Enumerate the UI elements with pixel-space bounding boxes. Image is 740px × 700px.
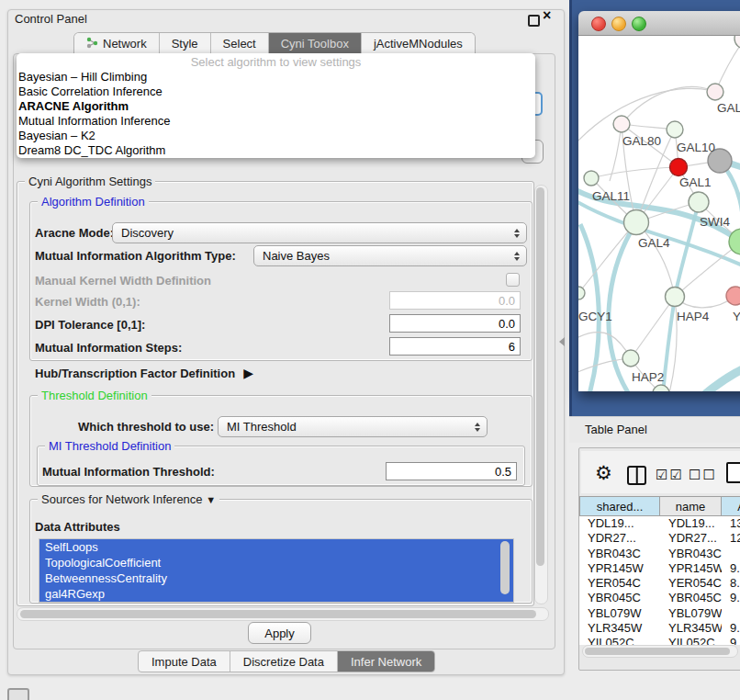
data-attributes-list[interactable]: SelfLoopsTopologicalCoefficientBetweenne…: [39, 538, 514, 603]
table-cell: YLR345W: [660, 621, 722, 636]
apply-button[interactable]: Apply: [248, 622, 311, 644]
network-node[interactable]: [670, 159, 688, 176]
minimize-traffic-light-icon[interactable]: [611, 17, 626, 31]
tab-jactivemnodules[interactable]: jActiveMNodules: [362, 33, 475, 54]
network-node[interactable]: [707, 84, 723, 100]
network-node[interactable]: [666, 288, 685, 307]
algorithm-option[interactable]: ARACNE Algorithm: [17, 99, 535, 114]
network-edge[interactable]: [580, 224, 599, 391]
tab-style[interactable]: Style: [160, 33, 211, 54]
hub-definition-label: Hub/Transcription Factor Definition: [35, 367, 235, 380]
network-edge[interactable]: [591, 167, 678, 178]
tab-cyni-toolbox[interactable]: Cyni Toolbox: [269, 33, 362, 54]
network-node[interactable]: [613, 116, 630, 132]
attribute-item[interactable]: BetweennessCentrality: [39, 570, 513, 586]
threshold-definition-title: Threshold Definition: [38, 389, 151, 402]
aracne-mode-value: Discovery: [121, 226, 174, 240]
columns-icon[interactable]: [627, 466, 646, 485]
close-traffic-light-icon[interactable]: [591, 17, 606, 31]
unchecked-pair-icon[interactable]: ☐☐: [689, 467, 717, 483]
settings-vscroll-thumb[interactable]: [536, 187, 544, 566]
mi-algo-type-combo[interactable]: Naive Bayes: [253, 245, 527, 266]
attribute-item[interactable]: gal4RGexp: [39, 586, 513, 602]
table-horizontal-scrollbar[interactable]: [582, 645, 738, 658]
network-node-label: GAL1: [679, 175, 712, 189]
network-node-label: SWI4: [700, 215, 730, 229]
table-hscroll-thumb[interactable]: [585, 648, 730, 655]
splitter-collapse-icon[interactable]: [559, 337, 565, 346]
gear-icon[interactable]: ⚙: [595, 462, 612, 484]
expand-right-icon: ▶: [243, 366, 253, 380]
table-row[interactable]: YPR145WYPR145W9.: [579, 561, 740, 576]
tab-infer-network[interactable]: Infer Network: [338, 651, 434, 672]
table-row[interactable]: YBR045CYBR045C9.: [579, 591, 740, 605]
column-header-shared-name[interactable]: shared...: [579, 496, 660, 516]
algorithm-dropdown-list: Select algorithm to view settings Bayesi…: [17, 53, 535, 158]
network-node[interactable]: [584, 171, 599, 186]
network-edge[interactable]: [705, 357, 740, 391]
collapse-down-icon[interactable]: ▼: [206, 494, 216, 505]
table-cell: YIL052C: [660, 636, 722, 645]
mi-steps-field[interactable]: [389, 337, 521, 356]
attributes-list-scrollbar[interactable]: [500, 541, 510, 594]
table-cell: YDL19...: [660, 516, 722, 531]
float-window-icon[interactable]: [528, 15, 540, 27]
network-window[interactable]: GALGAL80GAL10GAL1GAL11GAL4SWI4GCY1HAP4YH…: [578, 11, 740, 391]
control-panel-title: Control Panel: [15, 12, 87, 26]
column-header-name[interactable]: name: [660, 496, 722, 516]
tab-select[interactable]: Select: [211, 33, 269, 54]
aracne-mode-label: Aracne Mode:: [35, 226, 114, 240]
aracne-mode-combo[interactable]: Discovery: [112, 222, 527, 243]
table-row[interactable]: YIL052CYIL052C9.: [579, 636, 740, 645]
algorithm-option[interactable]: Mutual Information Inference: [17, 114, 535, 129]
algorithm-option[interactable]: Dream8 DC_TDC Algorithm: [17, 143, 535, 158]
network-canvas[interactable]: GALGAL80GAL10GAL1GAL11GAL4SWI4GCY1HAP4YH…: [578, 36, 740, 391]
mi-threshold-field[interactable]: [386, 462, 517, 480]
table-cell: YLR345W: [579, 621, 660, 636]
algorithm-option[interactable]: Bayesian – Hill Climbing: [17, 70, 535, 85]
network-node[interactable]: [726, 287, 740, 305]
table-row[interactable]: YDR27...YDR27...12: [579, 531, 740, 546]
tab-discretize-data[interactable]: Discretize Data: [230, 651, 338, 672]
close-icon[interactable]: ×: [543, 7, 551, 24]
minimized-panel-icon[interactable]: [7, 688, 29, 700]
network-node[interactable]: [734, 36, 740, 49]
network-node[interactable]: [689, 192, 709, 212]
attribute-item[interactable]: TopologicalCoefficient: [39, 555, 513, 570]
table-cell: YPR145W: [660, 561, 722, 576]
algorithm-option[interactable]: Basic Correlation Inference: [17, 85, 535, 99]
data-attributes-label: Data Attributes: [35, 520, 120, 534]
column-header-partial[interactable]: A: [722, 496, 740, 516]
checked-pair-icon[interactable]: ☑☑: [656, 467, 684, 483]
attribute-item[interactable]: SelfLoops: [39, 539, 513, 555]
network-node[interactable]: [624, 210, 649, 235]
table-cell: YDL19...: [579, 516, 660, 531]
settings-horizontal-scrollbar[interactable]: [17, 607, 549, 621]
table-row[interactable]: YLR345WYLR345W9.: [579, 621, 740, 636]
network-node[interactable]: [667, 121, 683, 138]
manual-kernel-checkbox[interactable]: [506, 273, 520, 287]
mi-steps-label: Mutual Information Steps:: [35, 341, 182, 355]
network-node-label: GAL4: [638, 236, 670, 250]
zoom-traffic-light-icon[interactable]: [632, 17, 646, 31]
algorithm-option[interactable]: Bayesian – K2: [17, 129, 535, 143]
network-edge[interactable]: [622, 87, 715, 124]
settings-vertical-scrollbar[interactable]: [534, 185, 548, 604]
network-edge[interactable]: [578, 222, 636, 293]
kernel-width-field[interactable]: [389, 291, 521, 310]
network-node[interactable]: [622, 350, 639, 367]
table-row[interactable]: YBL079WYBL079W: [579, 606, 740, 621]
network-window-titlebar[interactable]: [578, 11, 740, 36]
hub-definition-expander[interactable]: Hub/Transcription Factor Definition ▶: [35, 366, 253, 380]
network-node[interactable]: [653, 385, 669, 391]
document-icon[interactable]: [726, 462, 740, 483]
which-threshold-combo[interactable]: MI Threshold: [218, 416, 488, 437]
table-row[interactable]: YER054CYER054C8.: [579, 576, 740, 591]
settings-hscroll-thumb[interactable]: [20, 610, 536, 618]
table-row[interactable]: YDL19...YDL19...13: [579, 516, 740, 531]
table-row[interactable]: YBR043CYBR043C: [579, 547, 740, 561]
network-node[interactable]: [578, 287, 585, 299]
tab-impute-data[interactable]: Impute Data: [139, 651, 230, 672]
tab-network[interactable]: Network: [74, 33, 160, 54]
dpi-tolerance-field[interactable]: [389, 314, 521, 333]
